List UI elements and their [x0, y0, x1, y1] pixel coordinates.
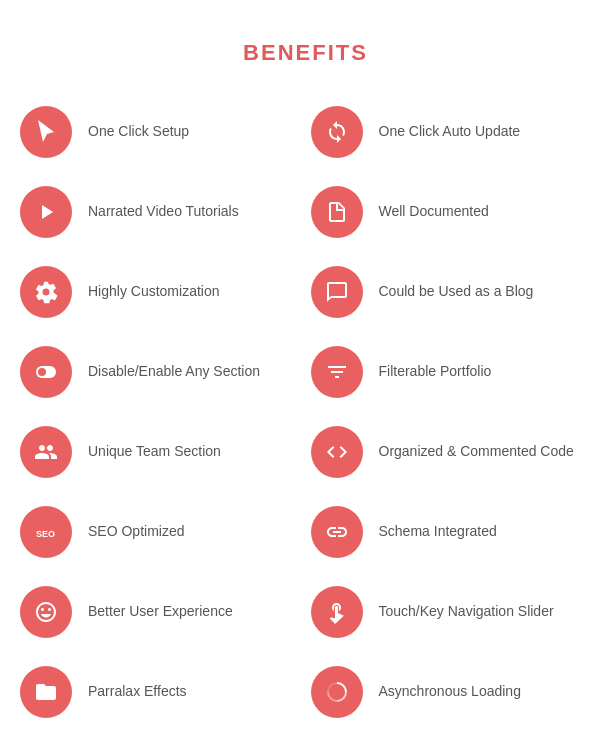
cursor-icon [20, 106, 72, 158]
feature-item-organized-commented-code: Organized & Commented Code [311, 426, 592, 478]
svg-point-1 [38, 368, 46, 376]
feature-label-well-documented: Well Documented [379, 202, 489, 222]
feature-label-unique-team-section: Unique Team Section [88, 442, 221, 462]
feature-item-one-click-auto-update: One Click Auto Update [311, 106, 592, 158]
link-icon [311, 506, 363, 558]
play-icon [20, 186, 72, 238]
feature-item-narrated-video-tutorials: Narrated Video Tutorials [20, 186, 301, 238]
feature-label-organized-commented-code: Organized & Commented Code [379, 442, 574, 462]
feature-label-one-click-auto-update: One Click Auto Update [379, 122, 521, 142]
toggle-icon [20, 346, 72, 398]
touch-icon [311, 586, 363, 638]
feature-item-schema-integrated: Schema Integrated [311, 506, 592, 558]
chat-icon [311, 266, 363, 318]
team-icon [20, 426, 72, 478]
feature-item-touch-key-navigation-slider: Touch/Key Navigation Slider [311, 586, 592, 638]
feature-label-could-be-used-as-blog: Could be Used as a Blog [379, 282, 534, 302]
seo-icon: SEO [20, 506, 72, 558]
feature-label-better-user-experience: Better User Experience [88, 602, 233, 622]
page: BENEFITS One Click Setup One Click Auto … [0, 0, 611, 742]
feature-label-narrated-video-tutorials: Narrated Video Tutorials [88, 202, 239, 222]
feature-item-seo-optimized: SEO SEO Optimized [20, 506, 301, 558]
loading-icon [311, 666, 363, 718]
page-title: BENEFITS [20, 40, 591, 66]
feature-item-unique-team-section: Unique Team Section [20, 426, 301, 478]
feature-label-one-click-setup: One Click Setup [88, 122, 189, 142]
filter-icon [311, 346, 363, 398]
smile-icon [20, 586, 72, 638]
folder-icon [20, 666, 72, 718]
feature-item-well-documented: Well Documented [311, 186, 592, 238]
feature-item-filterable-portfolio: Filterable Portfolio [311, 346, 592, 398]
features-grid: One Click Setup One Click Auto Update Na… [20, 106, 591, 718]
feature-label-disable-enable-any-section: Disable/Enable Any Section [88, 362, 260, 382]
feature-label-filterable-portfolio: Filterable Portfolio [379, 362, 492, 382]
doc-icon [311, 186, 363, 238]
feature-item-disable-enable-any-section: Disable/Enable Any Section [20, 346, 301, 398]
feature-label-schema-integrated: Schema Integrated [379, 522, 497, 542]
feature-item-highly-customization: Highly Customization [20, 266, 301, 318]
feature-item-better-user-experience: Better User Experience [20, 586, 301, 638]
feature-label-parralax-effects: Parralax Effects [88, 682, 187, 702]
svg-text:SEO: SEO [36, 529, 55, 539]
feature-label-touch-key-navigation-slider: Touch/Key Navigation Slider [379, 602, 554, 622]
feature-item-parralax-effects: Parralax Effects [20, 666, 301, 718]
sync-icon [311, 106, 363, 158]
feature-label-seo-optimized: SEO Optimized [88, 522, 184, 542]
feature-label-asynchronous-loading: Asynchronous Loading [379, 682, 521, 702]
feature-item-could-be-used-as-blog: Could be Used as a Blog [311, 266, 592, 318]
feature-label-highly-customization: Highly Customization [88, 282, 220, 302]
settings-icon [20, 266, 72, 318]
feature-item-one-click-setup: One Click Setup [20, 106, 301, 158]
feature-item-asynchronous-loading: Asynchronous Loading [311, 666, 592, 718]
code-icon [311, 426, 363, 478]
